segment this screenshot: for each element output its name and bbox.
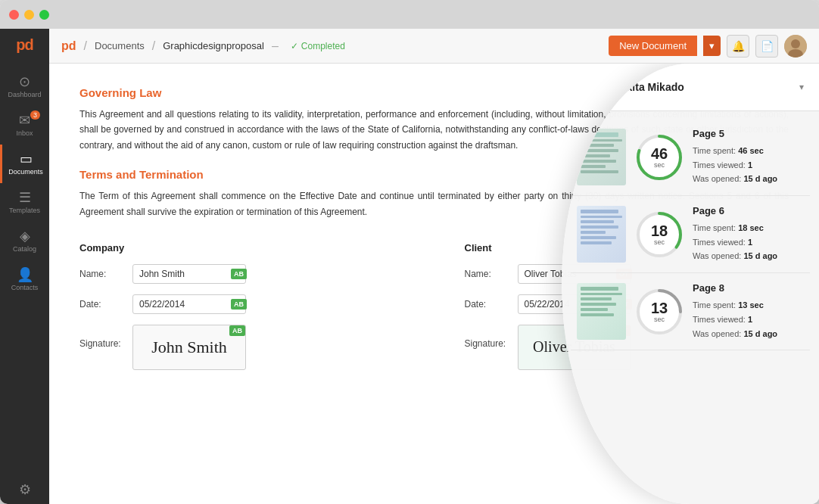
sidebar-logo: pd bbox=[16, 36, 33, 54]
content-area: Governing Law This Agreement and all que… bbox=[49, 64, 819, 504]
company-name-row: Name: AB bbox=[79, 264, 404, 284]
maximize-button[interactable] bbox=[39, 10, 49, 20]
company-signature-box[interactable]: John Smith AB bbox=[132, 325, 246, 370]
page-card-6: 18 sec Page 6 Time spent: 18 sec Times v… bbox=[571, 196, 810, 273]
status-badge: ✓ Completed bbox=[291, 41, 345, 51]
company-col: Company Name: AB Date: bbox=[79, 242, 404, 381]
header-sep1: / bbox=[84, 39, 87, 53]
close-button[interactable] bbox=[9, 10, 19, 20]
company-sig-row: Signature: John Smith AB bbox=[79, 325, 404, 370]
company-date-row: Date: AB bbox=[79, 294, 404, 314]
documents-icon: ▭ bbox=[20, 152, 33, 166]
titlebar bbox=[0, 0, 819, 29]
client-sig-label: Signature: bbox=[465, 325, 510, 349]
client-date-label: Date: bbox=[465, 299, 510, 310]
company-name-tag: AB bbox=[231, 269, 247, 279]
page8-info: Page 8 Time spent: 13 sec Times viewed: … bbox=[693, 282, 804, 341]
sidebar-label-catalog: Catalog bbox=[13, 245, 36, 253]
sidebar-item-settings[interactable]: ⚙ bbox=[0, 475, 49, 504]
page8-title: Page 8 bbox=[693, 282, 804, 294]
sidebar-label-inbox: Inbox bbox=[16, 129, 33, 137]
page5-time-unit: sec bbox=[654, 161, 665, 169]
page6-title: Page 6 bbox=[693, 205, 804, 216]
catalog-icon: ◈ bbox=[20, 229, 30, 243]
status-text: Completed bbox=[301, 41, 345, 51]
company-date-wrap: AB bbox=[132, 294, 246, 314]
breadcrumb-current: Graphicdesignproposal bbox=[163, 40, 264, 51]
sidebar-label-dashboard: Dashboard bbox=[8, 91, 41, 98]
svg-point-1 bbox=[791, 39, 800, 48]
sidebar-item-contacts[interactable]: 👤 Contacts bbox=[0, 260, 49, 299]
company-title: Company bbox=[79, 242, 404, 254]
main-area: pd / Documents / Graphicdesignproposal –… bbox=[49, 29, 819, 504]
page6-time-unit: sec bbox=[654, 238, 665, 246]
app-window: pd ⊙ Dashboard ✉ 3 Inbox ▭ Documents ☰ T… bbox=[0, 0, 819, 504]
sidebar-item-templates[interactable]: ☰ Templates bbox=[0, 183, 49, 222]
company-name-input[interactable] bbox=[132, 264, 246, 284]
app-body: pd ⊙ Dashboard ✉ 3 Inbox ▭ Documents ☰ T… bbox=[0, 29, 819, 504]
sidebar-item-catalog[interactable]: ◈ Catalog bbox=[0, 222, 49, 260]
page8-time-unit: sec bbox=[654, 316, 665, 323]
sidebar-item-documents[interactable]: ▭ Documents bbox=[0, 145, 49, 183]
notifications-button[interactable]: 🔔 bbox=[727, 35, 749, 58]
page6-stats: Time spent: 18 sec Times viewed: 1 Was o… bbox=[693, 221, 804, 263]
minimize-button[interactable] bbox=[24, 10, 34, 20]
client-name-label: Name: bbox=[465, 269, 510, 279]
page5-timer: 46 sec bbox=[635, 133, 684, 182]
page6-timer: 18 sec bbox=[635, 210, 684, 259]
company-name-label: Name: bbox=[79, 269, 125, 279]
user-name: Mikita Mikado bbox=[615, 81, 790, 93]
company-name-wrap: AB bbox=[132, 264, 246, 284]
sidebar-label-documents: Documents bbox=[8, 168, 43, 176]
page5-info: Page 5 Time spent: 46 sec Times viewed: … bbox=[693, 128, 804, 186]
page5-stats: Time spent: 46 sec Times viewed: 1 Was o… bbox=[693, 144, 804, 186]
check-icon: ✓ bbox=[291, 41, 298, 51]
header: pd / Documents / Graphicdesignproposal –… bbox=[49, 29, 819, 64]
company-date-tag: AB bbox=[231, 299, 247, 310]
page5-title: Page 5 bbox=[693, 128, 804, 139]
traffic-lights bbox=[9, 10, 49, 20]
page8-stats: Time spent: 13 sec Times viewed: 1 Was o… bbox=[693, 298, 804, 341]
company-sig-tag: AB bbox=[229, 325, 245, 336]
page6-info: Page 6 Time spent: 18 sec Times viewed: … bbox=[693, 205, 804, 263]
page6-thumbnail bbox=[577, 206, 626, 263]
breadcrumb-documents[interactable]: Documents bbox=[95, 40, 145, 51]
page-card-8: 13 sec Page 8 Time spent: 13 sec Times v… bbox=[571, 273, 810, 350]
templates-icon: ☰ bbox=[19, 191, 31, 204]
sidebar-label-templates: Templates bbox=[9, 207, 40, 214]
analytics-panel: Mikita Mikado ▾ bbox=[562, 64, 819, 504]
user-chevron-icon[interactable]: ▾ bbox=[799, 82, 804, 92]
header-logo: pd bbox=[61, 39, 76, 53]
sidebar-label-contacts: Contacts bbox=[11, 284, 39, 291]
company-sig-label: Signature: bbox=[79, 325, 125, 349]
page8-thumbnail bbox=[577, 283, 626, 340]
page5-thumbnail bbox=[577, 129, 626, 185]
sidebar-item-inbox[interactable]: ✉ 3 Inbox bbox=[0, 106, 49, 145]
contacts-icon: 👤 bbox=[17, 268, 33, 282]
page6-time-val: 18 bbox=[651, 223, 668, 238]
new-document-dropdown[interactable]: ▾ bbox=[703, 36, 721, 56]
page8-time-val: 13 bbox=[651, 300, 668, 316]
new-document-button[interactable]: New Document bbox=[609, 36, 697, 56]
company-date-label: Date: bbox=[79, 299, 125, 310]
company-signature: John Smith bbox=[151, 338, 227, 357]
inbox-badge: 3 bbox=[30, 110, 40, 120]
page-card-5: 46 sec Page 5 Time spent: 46 sec Times v… bbox=[571, 119, 810, 196]
gear-icon: ⚙ bbox=[19, 483, 31, 496]
inbox-icon: ✉ bbox=[19, 114, 30, 127]
company-date-input[interactable] bbox=[132, 294, 246, 314]
header-sep2: / bbox=[152, 39, 155, 53]
dashboard-icon: ⊙ bbox=[19, 75, 30, 89]
sidebar-item-dashboard[interactable]: ⊙ Dashboard bbox=[0, 67, 49, 106]
sidebar: pd ⊙ Dashboard ✉ 3 Inbox ▭ Documents ☰ T… bbox=[0, 29, 49, 504]
header-right: New Document ▾ 🔔 📄 bbox=[609, 35, 807, 58]
header-dash: – bbox=[272, 39, 279, 53]
page5-time-val: 46 bbox=[651, 146, 668, 161]
user-avatar[interactable] bbox=[784, 35, 807, 58]
docs-button[interactable]: 📄 bbox=[755, 35, 778, 58]
page8-timer: 13 sec bbox=[635, 288, 684, 336]
